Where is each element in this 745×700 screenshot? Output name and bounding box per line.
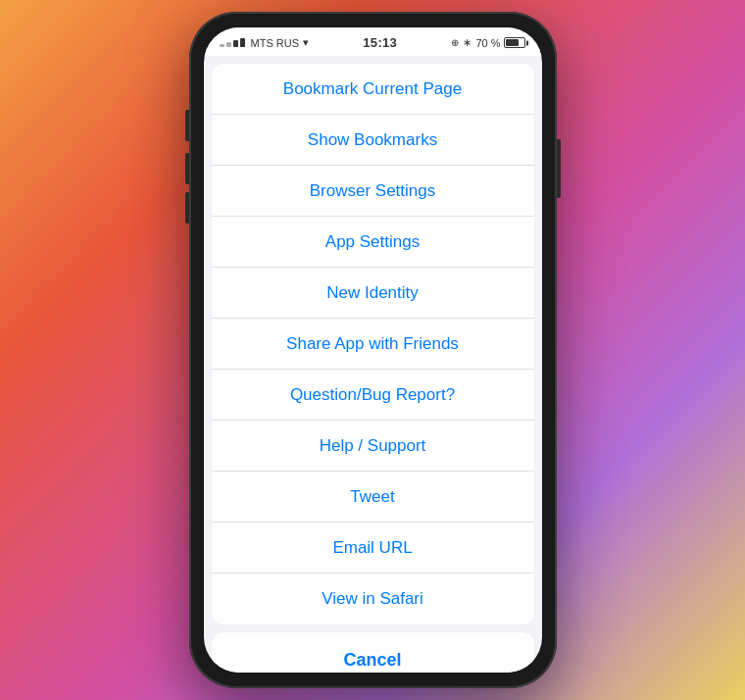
- menu-item-label-new-identity: New Identity: [326, 283, 419, 303]
- menu-item-label-browser-settings: Browser Settings: [310, 181, 436, 201]
- time-display: 15:13: [363, 35, 397, 50]
- status-right: ⊕ ∗ 70 %: [451, 36, 525, 49]
- location-icon: ⊕: [451, 37, 459, 48]
- cancel-label: Cancel: [343, 650, 401, 671]
- menu-item-label-app-settings: App Settings: [325, 232, 420, 252]
- menu-item-new-identity[interactable]: New Identity: [212, 268, 534, 319]
- menu-item-view-safari[interactable]: View in Safari: [212, 574, 534, 625]
- menu-item-tweet[interactable]: Tweet: [212, 472, 534, 523]
- menu-item-app-settings[interactable]: App Settings: [212, 217, 534, 268]
- menu-item-share-app[interactable]: Share App with Friends: [212, 319, 534, 370]
- status-left: MTS RUS ▾: [220, 36, 310, 49]
- screen: MTS RUS ▾ 15:13 ⊕ ∗ 70 % Bookmark Curren…: [204, 27, 542, 673]
- status-bar: MTS RUS ▾ 15:13 ⊕ ∗ 70 %: [204, 27, 542, 56]
- menu-item-label-email-url: Email URL: [332, 538, 412, 558]
- menu-item-label-view-safari: View in Safari: [322, 589, 423, 609]
- cancel-button[interactable]: Cancel: [212, 632, 534, 673]
- menu-item-show-bookmarks[interactable]: Show Bookmarks: [212, 115, 534, 166]
- carrier-label: MTS RUS: [251, 37, 300, 49]
- phone-frame: MTS RUS ▾ 15:13 ⊕ ∗ 70 % Bookmark Curren…: [189, 12, 557, 688]
- menu-item-label-bookmark-current: Bookmark Current Page: [283, 79, 462, 99]
- menu-item-label-question-bug: Question/Bug Report?: [290, 385, 455, 405]
- menu-item-browser-settings[interactable]: Browser Settings: [212, 166, 534, 217]
- battery-icon: [504, 37, 525, 48]
- battery-percent: 70 %: [475, 37, 500, 49]
- menu-item-bookmark-current[interactable]: Bookmark Current Page: [212, 64, 534, 115]
- menu-list: Bookmark Current PageShow BookmarksBrows…: [212, 64, 534, 625]
- signal-icon: [220, 38, 245, 47]
- menu-item-question-bug[interactable]: Question/Bug Report?: [212, 370, 534, 421]
- menu-item-email-url[interactable]: Email URL: [212, 523, 534, 574]
- menu-item-label-share-app: Share App with Friends: [286, 334, 459, 354]
- wifi-icon: ▾: [303, 36, 309, 49]
- battery-fill: [506, 39, 519, 46]
- bluetooth-icon: ∗: [463, 36, 472, 49]
- menu-container: Bookmark Current PageShow BookmarksBrows…: [204, 56, 542, 673]
- menu-item-label-help-support: Help / Support: [320, 436, 426, 456]
- menu-item-label-show-bookmarks: Show Bookmarks: [308, 130, 437, 150]
- menu-item-help-support[interactable]: Help / Support: [212, 421, 534, 472]
- menu-item-label-tweet: Tweet: [350, 487, 394, 507]
